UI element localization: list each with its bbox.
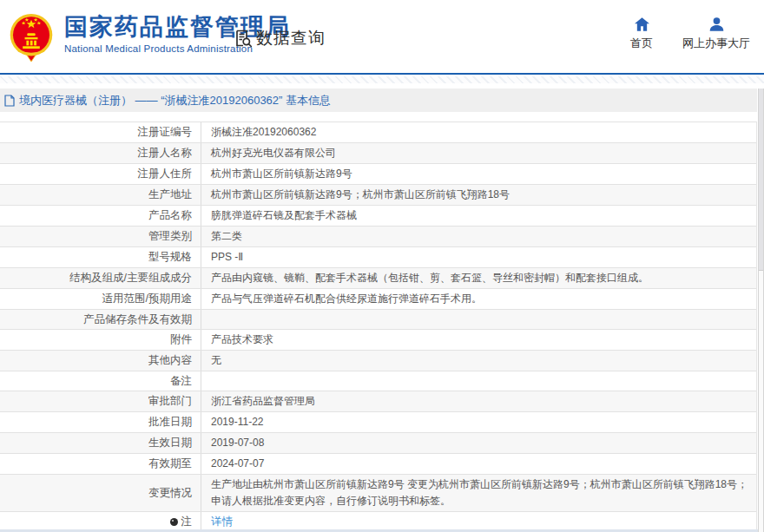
top-nav: 首页 网上办事大厅 — [630, 17, 750, 51]
row-value: PPS -Ⅱ — [201, 247, 756, 267]
row-value: 详情 — [201, 512, 756, 531]
breadcrumb-text: 境内医疗器械（注册） —— “浙械注准20192060362” 基本信息 — [19, 93, 331, 108]
table-row: 生效日期 2019-07-08 — [0, 433, 756, 454]
nav-item-label: 网上办事大厅 — [682, 36, 750, 51]
breadcrumb: 境内医疗器械（注册） —— “浙械注准20192060362” 基本信息 — [0, 89, 757, 112]
row-label: 批准日期 — [0, 412, 201, 432]
row-label: 型号规格 — [0, 247, 201, 267]
row-value — [201, 371, 756, 391]
nav-item-label: 首页 — [630, 36, 653, 51]
row-label: 审批部门 — [0, 391, 201, 411]
table-row: 管理类别 第二类 — [0, 227, 756, 247]
row-value: 第二类 — [201, 227, 756, 246]
person-icon — [709, 17, 724, 31]
row-label: 产品名称 — [0, 206, 201, 226]
row-value: 产品技术要求 — [201, 330, 756, 350]
table-row: 生产地址 杭州市萧山区所前镇新达路9号；杭州市萧山区所前镇飞翔路18号 — [0, 185, 756, 206]
vertical-scrollbar[interactable] — [758, 89, 764, 532]
table-row: 注册证编号 浙械注准20192060362 — [0, 122, 756, 143]
table-row: 注册人名称 杭州好克光电仪器有限公司 — [0, 143, 756, 164]
row-label: 附件 — [0, 330, 201, 350]
table-row: 变更情况 生产地址由杭州市萧山区所前镇新达路9号 变更为杭州市萧山区所前镇新达路… — [0, 475, 756, 512]
row-value: 2019-11-22 — [201, 412, 756, 432]
nmpa-emblem-logo — [7, 12, 56, 62]
table-row: 批准日期 2019-11-22 — [0, 412, 756, 433]
data-query-label: 数据查询 — [256, 27, 326, 49]
page-icon — [4, 95, 15, 107]
nav-item-home[interactable]: 首页 — [630, 17, 653, 51]
header-hatch-divider — [0, 76, 764, 83]
table-row: 注册人住所 杭州市萧山区所前镇新达路9号 — [0, 164, 756, 185]
registration-info-table: 注册证编号 浙械注准20192060362 注册人名称 杭州好克光电仪器有限公司… — [0, 122, 757, 532]
row-label: 注册人名称 — [0, 143, 201, 163]
nav-item-service-hall[interactable]: 网上办事大厅 — [682, 17, 750, 51]
row-label: 生效日期 — [0, 433, 201, 453]
table-row: 备注 — [0, 371, 756, 391]
row-value: 产品与气压弹道碎石机配合供经尿道施行弹道碎石手术用。 — [201, 289, 756, 309]
table-row: 型号规格 PPS -Ⅱ — [0, 247, 756, 268]
table-row: 结构及组成/主要组成成分 产品由内窥镜、镜鞘、配套手术器械（包括钳、剪、套石篮、… — [0, 268, 756, 289]
table-row: 审批部门 浙江省药品监督管理局 — [0, 391, 756, 412]
data-query-title[interactable]: 数据查询 — [233, 27, 326, 49]
scrollbar-thumb[interactable] — [759, 89, 763, 271]
row-label: 其他内容 — [0, 351, 201, 371]
row-value: 杭州市萧山区所前镇新达路9号；杭州市萧山区所前镇飞翔路18号 — [201, 185, 756, 205]
row-label: 注册证编号 — [0, 122, 201, 142]
site-header: 国家药品监督管理局 National Medical Products Admi… — [0, 0, 764, 75]
row-label: 注 — [0, 512, 201, 531]
row-label: 结构及组成/主要组成成分 — [0, 268, 201, 288]
row-value: 2019-07-08 — [201, 433, 756, 453]
row-label: 变更情况 — [0, 475, 201, 511]
national-emblem-icon — [7, 12, 56, 62]
table-row: 附件 产品技术要求 — [0, 330, 756, 351]
detail-link[interactable]: 详情 — [211, 515, 233, 529]
row-label: 备注 — [0, 371, 201, 391]
row-value: 浙江省药品监督管理局 — [201, 391, 756, 411]
home-icon — [635, 17, 649, 31]
table-row: 产品储存条件及有效期 — [0, 310, 756, 330]
row-value: 生产地址由杭州市萧山区所前镇新达路9号 变更为杭州市萧山区所前镇新达路9号；杭州… — [201, 475, 756, 511]
row-value: 产品由内窥镜、镜鞘、配套手术器械（包括钳、剪、套石篮、导丝和密封帽）和配套接口组… — [201, 268, 756, 288]
row-value: 杭州市萧山区所前镇新达路9号 — [201, 164, 756, 184]
row-value — [201, 310, 756, 329]
row-label: 产品储存条件及有效期 — [0, 310, 201, 329]
row-label: 注册人住所 — [0, 164, 201, 184]
page: 国家药品监督管理局 National Medical Products Admi… — [0, 0, 764, 532]
row-value: 2024-07-07 — [201, 454, 756, 474]
row-value: 浙械注准20192060362 — [201, 122, 756, 142]
row-label: 有效期至 — [0, 454, 201, 474]
note-dot-icon — [170, 518, 178, 526]
table-row: 其他内容 无 — [0, 351, 756, 371]
row-label: 生产地址 — [0, 185, 201, 205]
row-value: 杭州好克光电仪器有限公司 — [201, 143, 756, 163]
row-value: 膀胱弹道碎石镜及配套手术器械 — [201, 206, 756, 226]
row-label: 管理类别 — [0, 227, 201, 246]
table-row: 有效期至 2024-07-07 — [0, 454, 756, 475]
document-search-icon — [233, 28, 254, 49]
table-row: 产品名称 膀胱弹道碎石镜及配套手术器械 — [0, 206, 756, 227]
table-row: 适用范围/预期用途 产品与气压弹道碎石机配合供经尿道施行弹道碎石手术用。 — [0, 289, 756, 310]
row-label: 适用范围/预期用途 — [0, 289, 201, 309]
row-value: 无 — [201, 351, 756, 371]
